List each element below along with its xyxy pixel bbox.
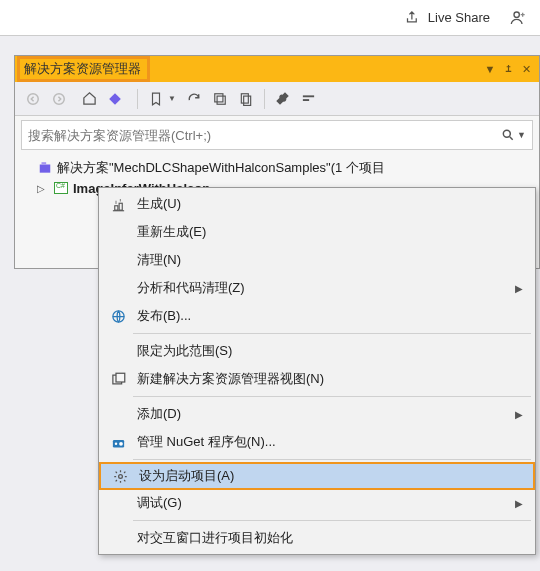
menu-item-label: 发布(B)... <box>131 307 523 325</box>
back-icon[interactable] <box>21 87 45 111</box>
svg-rect-11 <box>42 162 47 164</box>
svg-point-18 <box>114 442 117 445</box>
menu-item[interactable]: 对交互窗口进行项目初始化 <box>99 524 535 552</box>
pin-icon[interactable] <box>499 60 517 78</box>
search-dropdown-icon[interactable]: ▼ <box>517 130 526 140</box>
close-icon[interactable]: ✕ <box>517 60 535 78</box>
menu-item-label: 分析和代码清理(Z) <box>131 279 515 297</box>
submenu-arrow-icon: ▶ <box>515 409 523 420</box>
build-icon <box>105 197 131 212</box>
menu-item[interactable]: 分析和代码清理(Z)▶ <box>99 274 535 302</box>
menu-item-label: 重新生成(E) <box>131 223 523 241</box>
search-box[interactable]: ▼ <box>21 120 533 150</box>
menu-item-label: 生成(U) <box>131 195 523 213</box>
preview-icon[interactable] <box>297 87 321 111</box>
menu-item-label: 新建解决方案资源管理器视图(N) <box>131 370 523 388</box>
home-icon[interactable] <box>77 87 101 111</box>
solution-label: 解决方案"MechDLCShapeWithHalconSamples"(1 个项… <box>57 159 385 177</box>
tree-solution-node[interactable]: 解决方案"MechDLCShapeWithHalconSamples"(1 个项… <box>21 158 533 178</box>
menu-item[interactable]: 清理(N) <box>99 246 535 274</box>
show-all-files-icon[interactable] <box>234 87 258 111</box>
forward-icon[interactable] <box>47 87 71 111</box>
context-menu: 生成(U)重新生成(E)清理(N)分析和代码清理(Z)▶发布(B)...限定为此… <box>98 187 536 555</box>
svg-point-2 <box>54 93 65 104</box>
svg-rect-7 <box>303 95 314 97</box>
panel-dropdown-icon[interactable]: ▼ <box>481 60 499 78</box>
menu-separator <box>133 333 531 334</box>
properties-icon[interactable] <box>271 87 295 111</box>
panel-title: 解决方案资源管理器 <box>17 56 150 82</box>
svg-rect-5 <box>241 93 248 102</box>
menu-item[interactable]: 生成(U) <box>99 190 535 218</box>
bookmark-dropdown-icon[interactable]: ▼ <box>168 94 176 103</box>
person-icon[interactable] <box>510 10 526 26</box>
svg-point-1 <box>28 93 39 104</box>
solution-icon[interactable] <box>103 87 127 111</box>
svg-rect-3 <box>215 93 223 101</box>
publish-icon <box>105 309 131 324</box>
panel-header: 解决方案资源管理器 ▼ ✕ <box>15 56 539 82</box>
search-input[interactable] <box>28 128 501 143</box>
svg-rect-4 <box>217 96 225 104</box>
menu-item[interactable]: 限定为此范围(S) <box>99 337 535 365</box>
menu-separator <box>133 396 531 397</box>
menu-item[interactable]: 设为启动项目(A) <box>99 462 535 490</box>
panel-title-text: 解决方案资源管理器 <box>24 60 141 78</box>
svg-point-9 <box>503 130 510 137</box>
svg-point-0 <box>514 12 519 17</box>
submenu-arrow-icon: ▶ <box>515 498 523 509</box>
refresh-icon[interactable] <box>182 87 206 111</box>
svg-rect-16 <box>116 373 125 382</box>
menu-item-label: 设为启动项目(A) <box>133 467 521 485</box>
menu-item[interactable]: 重新生成(E) <box>99 218 535 246</box>
bookmark-icon[interactable] <box>144 87 168 111</box>
share-icon[interactable] <box>405 10 420 25</box>
menu-item-label: 调试(G) <box>131 494 515 512</box>
menu-item-label: 对交互窗口进行项目初始化 <box>131 529 523 547</box>
newview-icon <box>105 372 131 387</box>
project-file-icon <box>53 180 69 196</box>
solution-file-icon <box>37 160 53 176</box>
svg-point-20 <box>118 474 122 478</box>
top-toolbar: Live Share <box>0 0 540 36</box>
menu-item-label: 限定为此范围(S) <box>131 342 523 360</box>
gear-icon <box>107 469 133 484</box>
menu-item[interactable]: 发布(B)... <box>99 302 535 330</box>
menu-item[interactable]: 调试(G)▶ <box>99 489 535 517</box>
menu-item-label: 添加(D) <box>131 405 515 423</box>
nuget-icon <box>105 435 131 450</box>
panel-toolbar: ▼ <box>15 82 539 116</box>
svg-point-19 <box>119 441 123 445</box>
submenu-arrow-icon: ▶ <box>515 283 523 294</box>
menu-item[interactable]: 添加(D)▶ <box>99 400 535 428</box>
svg-rect-12 <box>114 205 117 209</box>
menu-separator <box>133 459 531 460</box>
menu-item[interactable]: 新建解决方案资源管理器视图(N) <box>99 365 535 393</box>
menu-separator <box>133 520 531 521</box>
search-icon[interactable] <box>501 128 515 142</box>
collapse-all-icon[interactable] <box>208 87 232 111</box>
menu-item[interactable]: 管理 NuGet 程序包(N)... <box>99 428 535 456</box>
menu-item-label: 清理(N) <box>131 251 523 269</box>
svg-rect-10 <box>40 165 51 173</box>
svg-rect-6 <box>244 96 251 105</box>
live-share-label[interactable]: Live Share <box>428 10 490 25</box>
expand-icon[interactable]: ▷ <box>37 183 49 194</box>
svg-rect-13 <box>119 203 122 210</box>
svg-rect-8 <box>303 99 309 101</box>
menu-item-label: 管理 NuGet 程序包(N)... <box>131 433 523 451</box>
